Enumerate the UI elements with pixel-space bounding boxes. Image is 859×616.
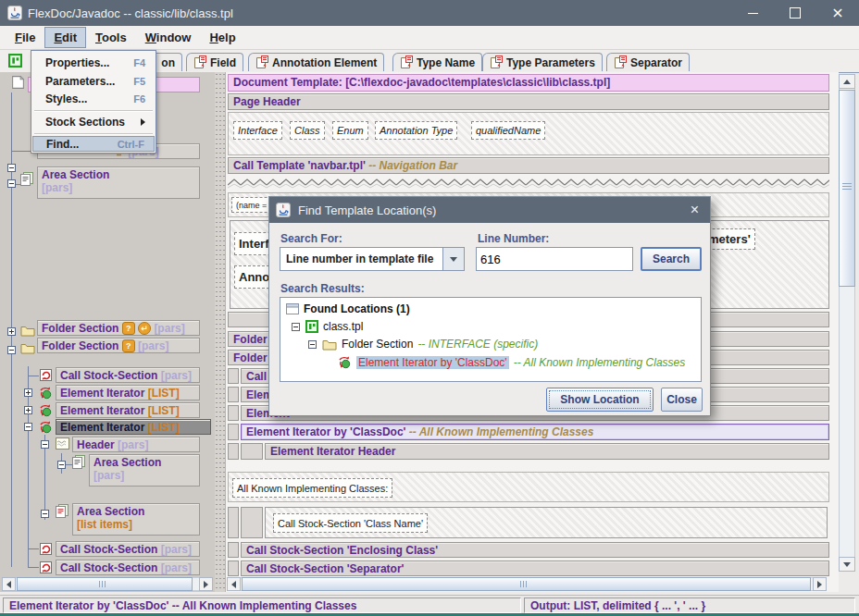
tree-row-call-stock[interactable]: Call Stock-Section [pars]: [56, 541, 200, 557]
tree-expander[interactable]: [7, 346, 16, 354]
type-parameters-box[interactable]: meters': [703, 228, 755, 250]
tree-expander[interactable]: [41, 440, 49, 449]
scroll-right-button[interactable]: [813, 577, 827, 591]
menu-item-stock-sections[interactable]: Stock Sections: [32, 113, 155, 130]
tab-field[interactable]: Field: [186, 53, 243, 71]
row-list: [LIST]: [148, 387, 180, 400]
tab-annotation-element[interactable]: Annotation Element: [248, 53, 384, 71]
tree-row-call-stock[interactable]: Call Stock-Section [pars]: [56, 560, 200, 575]
tree-expander[interactable]: [7, 327, 16, 336]
search-button[interactable]: Search: [641, 247, 702, 271]
main-vscroll-thumb[interactable]: [839, 90, 855, 287]
tree-row-folder-section[interactable]: Folder Section ? ↵ [pars]: [37, 320, 200, 336]
tree-row-element-iterator-selected[interactable]: Element Iterator [LIST]: [56, 419, 211, 435]
line-number-input[interactable]: [476, 247, 633, 271]
result-file-row[interactable]: class.tpl: [292, 320, 363, 333]
tab-label: Field: [210, 56, 236, 69]
return-badge: ↵: [138, 322, 151, 335]
result-iterator-row[interactable]: Element Iterator by 'ClassDoc' -- All Kn…: [338, 355, 685, 369]
tree-row-call-stock[interactable]: Call Stock-Section [pars]: [56, 367, 200, 383]
tree-expander[interactable]: [24, 406, 32, 414]
row-label: Header: [77, 438, 115, 451]
tab-type-parameters[interactable]: Type Parameters: [482, 53, 603, 71]
combobox-value: Line number in template file: [286, 253, 433, 265]
result-root-row[interactable]: Found Locations (1): [286, 302, 410, 315]
template-chip[interactable]: qualifiedName: [471, 121, 545, 140]
section-title: Page Header: [233, 95, 301, 108]
call-template-navbar-bar[interactable]: Call Template 'navbar.tpl' -- Navigation…: [228, 157, 829, 174]
row-label: Call Stock-Section: [60, 369, 157, 382]
dialog-close-icon[interactable]: ×: [691, 202, 699, 218]
dialog-title-bar[interactable]: Find Template Location(s) ×: [269, 197, 710, 223]
locations-icon: [286, 303, 299, 314]
menu-item-styles[interactable]: Styles...F6: [32, 91, 155, 107]
tree-expander[interactable]: [308, 340, 317, 349]
call-separator-bar[interactable]: Call Stock-Section 'Separator': [241, 561, 829, 576]
row-list: [LIST]: [148, 404, 180, 417]
result-folder-row[interactable]: Folder Section -- INTERFACE (specific): [308, 338, 538, 351]
menu-item-find[interactable]: Find...Ctrl-F: [32, 136, 155, 152]
maximize-button[interactable]: [774, 0, 816, 26]
menu-tools[interactable]: Tools: [86, 27, 136, 48]
tree-row-element-iterator[interactable]: Element Iterator [LIST]: [56, 385, 200, 400]
tree-hscroll-thumb[interactable]: [17, 577, 193, 591]
tree-row-area-section[interactable]: Area Section [pars]: [89, 454, 200, 487]
menu-edit[interactable]: Edit: [44, 27, 86, 48]
search-results-tree[interactable]: Found Locations (1) class.tpl Folder Sec…: [280, 297, 702, 382]
main-hscroll-thumb[interactable]: [242, 577, 811, 591]
page-header-bar[interactable]: Page Header: [228, 93, 829, 110]
tree-row-folder-section[interactable]: Folder Section ? [pars]: [37, 338, 200, 353]
tree-expander[interactable]: [24, 423, 32, 431]
menu-item-properties[interactable]: Properties...F4: [32, 54, 155, 72]
show-location-button[interactable]: Show Location: [546, 388, 654, 412]
element-iterator-header-bar[interactable]: Element Iterator Header: [265, 443, 829, 460]
row-label: Call Stock-Section: [60, 543, 157, 556]
scroll-left-button[interactable]: [2, 577, 16, 591]
row-pars: [pars]: [42, 181, 72, 194]
tab-type-name[interactable]: Type Name: [392, 53, 482, 71]
template-chip[interactable]: Enum: [332, 121, 368, 140]
tree-expander[interactable]: [292, 323, 300, 331]
tree-expander[interactable]: [7, 179, 16, 188]
row-pars: [pars]: [161, 543, 192, 556]
call-enclosing-class-bar[interactable]: Call Stock-Section 'Enclosing Class': [241, 542, 829, 558]
minimize-button[interactable]: [731, 0, 774, 26]
tree-expander[interactable]: [24, 388, 32, 397]
menu-help[interactable]: Help: [200, 27, 244, 48]
template-chip[interactable]: Annotation Type: [375, 121, 457, 140]
scroll-right-button[interactable]: [199, 577, 213, 591]
scroll-down-button[interactable]: [839, 557, 855, 572]
tree-row-header[interactable]: Header [pars]: [72, 437, 200, 452]
tree-expander[interactable]: [41, 510, 49, 518]
template-chip[interactable]: Class: [290, 121, 325, 140]
element-iterator-selected-bar[interactable]: Element Iterator by 'ClassDoc' -- All Kn…: [241, 424, 829, 440]
close-dialog-button[interactable]: Close: [661, 388, 703, 412]
combobox-arrow-icon[interactable]: [442, 248, 464, 270]
tree-row-area-section[interactable]: Area Section [pars]: [37, 166, 200, 199]
menu-separator: [34, 133, 153, 134]
tree-row-element-iterator[interactable]: Element Iterator [LIST]: [56, 402, 200, 418]
scroll-left-button[interactable]: [227, 577, 241, 591]
menu-window[interactable]: Window: [136, 27, 201, 48]
tree-expander[interactable]: [57, 461, 66, 469]
scroll-up-button[interactable]: [839, 74, 855, 89]
menu-file[interactable]: File: [6, 27, 44, 48]
template-chip[interactable]: Interface: [233, 121, 282, 140]
tab-page-icon: [193, 55, 206, 69]
search-for-combobox[interactable]: Line number in template file: [280, 247, 465, 271]
result-comment: -- INTERFACE (specific): [417, 338, 538, 351]
tab-label: Type Name: [417, 56, 475, 69]
row-label: Area Section: [42, 168, 109, 181]
close-button[interactable]: ×: [816, 0, 859, 26]
tree-expander[interactable]: [7, 164, 16, 172]
panel-splitter[interactable]: [215, 72, 225, 592]
indent-cell: [228, 405, 239, 421]
call-class-name-box[interactable]: Call Stock-Section 'Class Name': [273, 513, 428, 533]
tab-separator[interactable]: Separator: [606, 53, 690, 71]
tree-row-area-section[interactable]: Area Section [list items]: [72, 503, 200, 536]
menu-item-parameters[interactable]: Parameters...F5: [32, 72, 155, 91]
question-badge: ?: [122, 339, 135, 352]
iterator-header-content: All Known Implementing Classes:: [228, 472, 829, 502]
document-icon: [11, 75, 25, 92]
implementing-classes-box[interactable]: All Known Implementing Classes:: [232, 478, 392, 498]
